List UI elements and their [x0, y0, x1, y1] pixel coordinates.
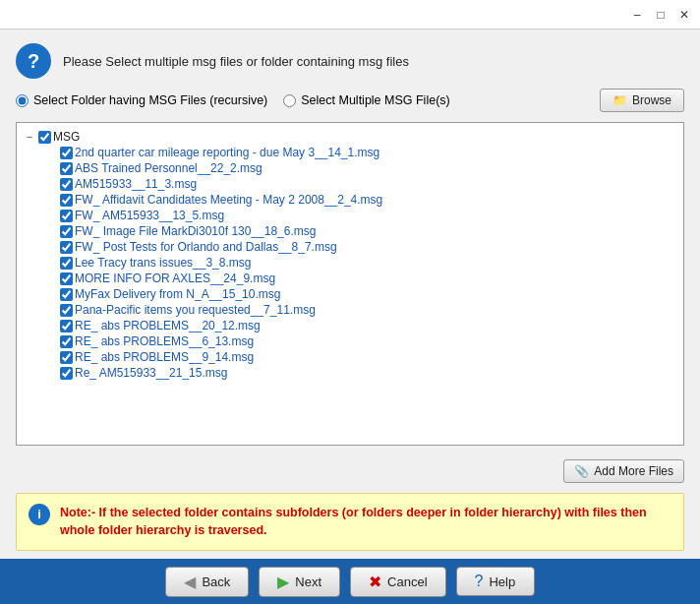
radio-files-input[interactable] [283, 94, 296, 107]
tree-node-file: − FW_ Post Tests for Orlando and Dallas_… [44, 239, 677, 255]
cancel-label: Cancel [387, 574, 427, 589]
main-content: ? Please Select multiple msg files or fo… [0, 30, 700, 559]
file-checkbox-12[interactable] [60, 335, 73, 348]
file-checkbox-2[interactable] [60, 178, 73, 191]
next-label: Next [295, 574, 321, 589]
cancel-icon: ✖ [369, 573, 381, 591]
radio-option-folder[interactable]: Select Folder having MSG Files (recursiv… [16, 93, 267, 107]
info-icon: i [29, 504, 50, 525]
file-list-section: − MSG − 2nd quarter car mileage reportin… [16, 122, 684, 446]
expand-icon[interactable]: − [23, 130, 36, 144]
tree-node-file: − RE_ abs PROBLEMS__9_14.msg [44, 349, 677, 365]
add-more-icon: 📎 [574, 464, 589, 478]
file-checkbox-4[interactable] [60, 210, 73, 222]
help-label: Help [489, 574, 515, 589]
file-label-10[interactable]: Pana-Pacific items you requested__7_11.m… [75, 303, 316, 317]
cancel-button[interactable]: ✖ Cancel [350, 567, 445, 597]
browse-button[interactable]: 📁 Browse [600, 89, 684, 112]
file-checkbox-6[interactable] [60, 241, 73, 254]
file-checkbox-9[interactable] [60, 288, 73, 301]
next-icon: ▶ [277, 573, 289, 591]
file-label-5[interactable]: FW_ Image File MarkDi3010f 130__18_6.msg [75, 224, 316, 238]
file-checkbox-0[interactable] [60, 147, 73, 159]
title-bar: – □ ✕ [0, 0, 700, 30]
tree-node-file: − AM515933__11_3.msg [44, 176, 677, 192]
file-checkbox-3[interactable] [60, 194, 73, 207]
file-label-1[interactable]: ABS Trained Personnel__22_2.msg [75, 161, 262, 175]
add-more-label: Add More Files [594, 464, 673, 478]
help-button[interactable]: ? Help [456, 567, 535, 596]
file-label-6[interactable]: FW_ Post Tests for Orlando and Dallas__8… [75, 240, 337, 254]
header-row: ? Please Select multiple msg files or fo… [16, 43, 684, 79]
file-label-9[interactable]: MyFax Delivery from N_A__15_10.msg [75, 287, 280, 301]
file-label-8[interactable]: MORE INFO FOR AXLES__24_9.msg [75, 272, 275, 285]
file-label-12[interactable]: RE_ abs PROBLEMS__6_13.msg [75, 334, 254, 348]
radio-option-files[interactable]: Select Multiple MSG File(s) [283, 93, 449, 107]
instruction-text: Please Select multiple msg files or fold… [63, 54, 409, 69]
file-checkbox-10[interactable] [60, 304, 73, 317]
file-checkbox-11[interactable] [60, 320, 73, 332]
add-more-files-button[interactable]: 📎 Add More Files [563, 459, 684, 483]
bottom-bar: ◀ Back ▶ Next ✖ Cancel ? Help [0, 559, 700, 604]
next-button[interactable]: ▶ Next [259, 567, 340, 597]
back-button[interactable]: ◀ Back [165, 567, 249, 597]
file-checkbox-1[interactable] [60, 162, 73, 175]
radio-folder-input[interactable] [16, 94, 29, 107]
file-label-7[interactable]: Lee Tracy trans issues__3_8.msg [75, 256, 251, 270]
maximize-button[interactable]: □ [653, 7, 669, 23]
help-icon: ? [475, 573, 484, 590]
root-folder-label[interactable]: MSG [53, 130, 80, 144]
radio-browse-row: Select Folder having MSG Files (recursiv… [16, 89, 684, 112]
back-icon: ◀ [184, 573, 196, 591]
tree-node-file: − MyFax Delivery from N_A__15_10.msg [44, 286, 677, 302]
file-checkbox-5[interactable] [60, 225, 73, 238]
tree-node-file: − Pana-Pacific items you requested__7_11… [44, 302, 677, 318]
file-list-scroll[interactable]: − MSG − 2nd quarter car mileage reportin… [17, 123, 683, 445]
tree-node-file: − RE_ abs PROBLEMS__6_13.msg [44, 333, 677, 349]
tree-node-file: − 2nd quarter car mileage reporting - du… [44, 145, 677, 160]
help-icon-circle: ? [16, 43, 51, 79]
radio-files-label[interactable]: Select Multiple MSG File(s) [301, 93, 449, 107]
file-checkbox-14[interactable] [60, 367, 73, 380]
note-section: i Note:- If the selected folder contains… [16, 493, 684, 552]
file-label-4[interactable]: FW_ AM515933__13_5.msg [75, 209, 224, 222]
back-label: Back [202, 574, 230, 589]
browse-icon: 📁 [612, 93, 627, 107]
file-label-2[interactable]: AM515933__11_3.msg [75, 177, 197, 191]
file-label-14[interactable]: Re_ AM515933__21_15.msg [75, 366, 227, 380]
tree-node-file: − RE_ abs PROBLEMS__20_12.msg [44, 318, 677, 333]
file-label-0[interactable]: 2nd quarter car mileage reporting - due … [75, 146, 379, 159]
add-more-row: 📎 Add More Files [16, 455, 684, 483]
minimize-button[interactable]: – [629, 7, 645, 23]
file-label-3[interactable]: FW_ Affidavit Candidates Meeting - May 2… [75, 193, 382, 207]
browse-label: Browse [632, 93, 671, 107]
tree-node-file: − FW_ Affidavit Candidates Meeting - May… [44, 192, 677, 208]
tree-node-file: − Lee Tracy trans issues__3_8.msg [44, 255, 677, 271]
tree-node-file: − FW_ AM515933__13_5.msg [44, 208, 677, 223]
note-text: Note:- If the selected folder contains s… [60, 504, 671, 541]
file-checkbox-13[interactable] [60, 351, 73, 364]
tree-node-root: − MSG [23, 129, 677, 145]
root-checkbox[interactable] [38, 131, 51, 144]
file-label-13[interactable]: RE_ abs PROBLEMS__9_14.msg [75, 350, 254, 364]
file-label-11[interactable]: RE_ abs PROBLEMS__20_12.msg [75, 319, 261, 332]
tree-children: − 2nd quarter car mileage reporting - du… [23, 145, 677, 381]
file-checkbox-7[interactable] [60, 257, 73, 270]
file-checkbox-8[interactable] [60, 272, 73, 285]
tree-node-file: − MORE INFO FOR AXLES__24_9.msg [44, 271, 677, 286]
close-button[interactable]: ✕ [676, 7, 692, 23]
radio-folder-label[interactable]: Select Folder having MSG Files (recursiv… [33, 93, 267, 107]
tree-root: − MSG − 2nd quarter car mileage reportin… [17, 127, 683, 383]
title-bar-buttons: – □ ✕ [629, 7, 692, 23]
tree-node-file: − Re_ AM515933__21_15.msg [44, 365, 677, 381]
tree-node-file: − FW_ Image File MarkDi3010f 130__18_6.m… [44, 223, 677, 239]
tree-node-file: − ABS Trained Personnel__22_2.msg [44, 160, 677, 176]
